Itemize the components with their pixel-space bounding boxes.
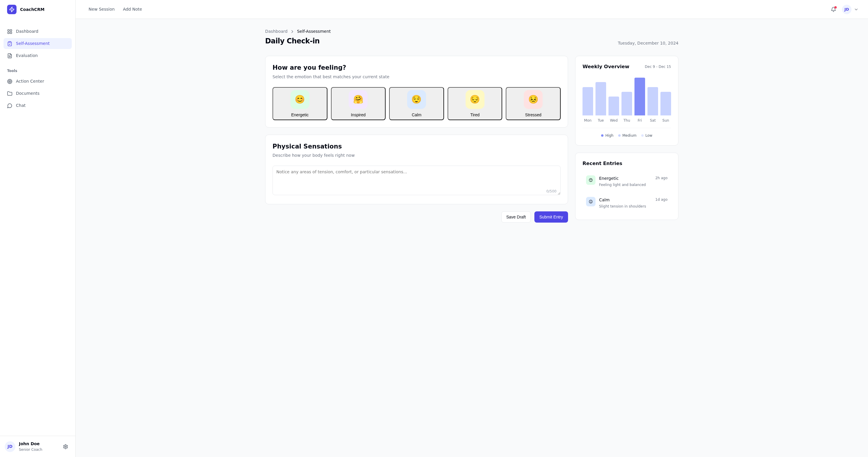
emotion-emoji: 😣 [524, 90, 542, 109]
sidebar-item-label: Evaluation [16, 53, 38, 59]
sidebar-item-action-center[interactable]: Action Center [4, 76, 72, 87]
sidebar-item-documents[interactable]: Documents [4, 88, 72, 99]
topbar-new-session[interactable]: New Session [85, 4, 118, 15]
notifications-button[interactable] [829, 4, 838, 14]
chart-day-label: Sun [660, 118, 671, 123]
clipboard-check-icon [7, 41, 12, 47]
breadcrumb-current: Self-Assessment [297, 28, 331, 34]
user-role: Senior Coach [19, 447, 57, 452]
zap-icon [9, 6, 15, 12]
sidebar-item-chat[interactable]: Chat [4, 100, 72, 111]
svg-point-7 [9, 81, 10, 82]
sidebar-item-label: Dashboard [16, 28, 38, 34]
entry-emotion: Calm [599, 197, 610, 203]
user-name: John Doe [19, 441, 57, 447]
chart-bar[interactable] [647, 87, 658, 116]
sidebar-section-tools: Tools [4, 68, 72, 73]
sidebar-item-self-assessment[interactable]: Self-Assessment [4, 38, 72, 49]
legend-item: High [601, 133, 614, 138]
sidebar-item-label: Action Center [16, 78, 44, 85]
chat-icon [7, 103, 12, 108]
emotion-option[interactable]: 😔Tired [447, 87, 502, 120]
dashboard-icon [7, 29, 12, 34]
physical-textarea[interactable] [273, 165, 561, 195]
sidebar-item-label: Chat [16, 102, 26, 109]
emotion-option[interactable]: 😊Energetic [273, 87, 328, 120]
emotion-option[interactable]: 😣Stressed [506, 87, 561, 120]
sidebar-nav: Dashboard Self-Assessment Evaluation Too… [0, 19, 75, 436]
user-avatar: JD [5, 441, 16, 452]
sidebar-footer: JD John Doe Senior Coach [0, 436, 75, 457]
chart-day-label: Wed [609, 118, 619, 123]
emotion-emoji: 😔 [466, 90, 485, 109]
chevron-down-icon [854, 7, 859, 12]
chart-day-label: Fri [634, 118, 645, 123]
notification-indicator [834, 6, 837, 8]
legend-dot [601, 134, 603, 137]
svg-rect-2 [10, 32, 12, 33]
entries-list: 😊Energetic2h agoFeeling light and balanc… [583, 172, 671, 213]
user-menu-trigger[interactable]: JD [842, 5, 859, 14]
svg-rect-0 [8, 30, 9, 31]
entries-title: Recent Entries [583, 160, 671, 167]
emotion-label: Energetic [291, 113, 309, 117]
chart-bar[interactable] [595, 82, 606, 116]
chart-bar[interactable] [621, 92, 632, 115]
legend-item: Medium [618, 133, 637, 138]
breadcrumb: Dashboard Self-Assessment [265, 28, 678, 34]
legend-label: High [605, 133, 614, 138]
sidebar-item-evaluation[interactable]: Evaluation [4, 50, 72, 61]
form-actions: Save Draft Submit Entry [265, 211, 568, 222]
char-counter: 0/500 [546, 189, 557, 194]
emotion-option[interactable]: 😌Calm [389, 87, 444, 120]
svg-point-6 [8, 80, 11, 83]
emotion-option[interactable]: 🤗Inspired [331, 87, 386, 120]
legend-label: Low [645, 133, 652, 138]
entry-emoji: 😊 [586, 175, 595, 185]
sidebar-header: CoachCRM [0, 0, 75, 19]
emotion-label: Inspired [351, 113, 366, 117]
chart-day-label: Sat [647, 118, 658, 123]
save-draft-button[interactable]: Save Draft [501, 211, 531, 222]
sidebar-item-label: Self-Assessment [16, 40, 50, 47]
sidebar-item-label: Documents [16, 90, 39, 96]
content-area: Dashboard Self-Assessment Daily Check-in… [75, 19, 868, 457]
entry-emoji: 😌 [586, 197, 595, 206]
chart-day-label: Mon [583, 118, 593, 123]
chart-bar[interactable] [634, 78, 645, 116]
svg-rect-4 [9, 41, 11, 42]
emotion-emoji: 😊 [290, 90, 309, 109]
sidebar-item-dashboard[interactable]: Dashboard [4, 26, 72, 37]
emotion-emoji: 🤗 [349, 90, 368, 109]
breadcrumb-dashboard[interactable]: Dashboard [265, 28, 287, 34]
feeling-card: How are you feeling? Select the emotion … [265, 56, 568, 127]
physical-desc: Describe how your body feels right now [273, 152, 561, 158]
chart-bar[interactable] [609, 96, 619, 116]
emotion-grid: 😊Energetic🤗Inspired😌Calm😔Tired😣Stressed [273, 87, 561, 120]
chart-labels: MonTueWedThuFriSatSun [583, 118, 671, 123]
folder-icon [7, 91, 12, 96]
entry-item[interactable]: 😊Energetic2h agoFeeling light and balanc… [583, 172, 671, 191]
overview-title: Weekly Overview [583, 63, 629, 70]
overview-card: Weekly Overview Dec 9 - Dec 15 MonTueWed… [575, 56, 678, 146]
legend-dot [618, 134, 621, 137]
topbar-avatar: JD [842, 5, 851, 14]
chart-day-label: Tue [595, 118, 606, 123]
emotion-label: Tired [470, 113, 479, 117]
topbar-add-note[interactable]: Add Note [119, 4, 146, 15]
entry-item[interactable]: 😌Calm1d agoSlight tension in shoulders [583, 193, 671, 213]
chart-bar[interactable] [583, 87, 593, 116]
file-text-icon [7, 53, 12, 58]
chart-legend: HighMediumLow [583, 128, 671, 138]
chart-day-label: Thu [621, 118, 632, 123]
svg-rect-1 [10, 30, 12, 31]
chart-bar[interactable] [660, 92, 671, 115]
right-column: Weekly Overview Dec 9 - Dec 15 MonTueWed… [575, 56, 678, 222]
entry-time: 2h ago [655, 175, 668, 182]
legend-item: Low [641, 133, 652, 138]
legend-dot [641, 134, 644, 137]
entries-card: Recent Entries 😊Energetic2h agoFeeling l… [575, 153, 678, 220]
left-column: How are you feeling? Select the emotion … [265, 56, 568, 222]
settings-button[interactable] [61, 441, 70, 452]
submit-entry-button[interactable]: Submit Entry [534, 211, 568, 222]
